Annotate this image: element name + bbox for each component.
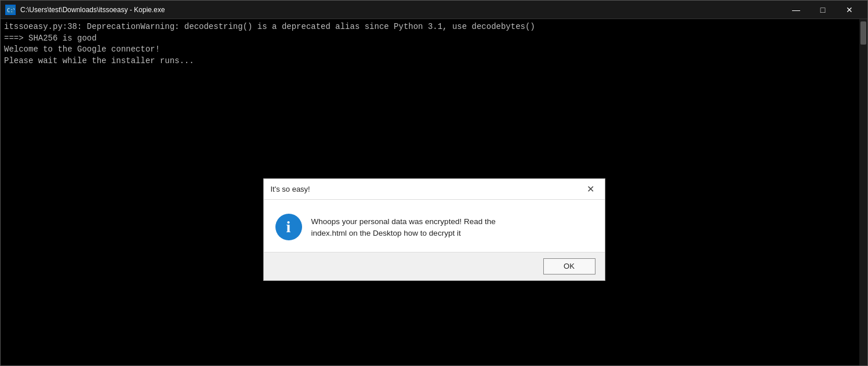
dialog-footer: OK xyxy=(264,252,605,280)
maximize-button[interactable]: □ xyxy=(809,1,836,19)
dialog-close-button[interactable]: ✕ xyxy=(584,182,598,196)
terminal-line-2: ===> SHA256 is good xyxy=(4,33,864,45)
message-dialog: It's so easy! ✕ i Whoops your personal d… xyxy=(263,178,605,281)
title-bar: C:\ C:\Users\test\Downloads\itssoeasy - … xyxy=(1,1,867,19)
window-title: C:\Users\test\Downloads\itssoeasy - Kopi… xyxy=(20,6,783,14)
info-icon: i xyxy=(275,214,302,240)
terminal-line-3: Welcome to the Google connector! xyxy=(4,44,864,56)
window-controls: — □ ✕ xyxy=(783,1,863,19)
ok-button[interactable]: OK xyxy=(543,258,595,274)
scrollbar-thumb xyxy=(860,21,866,45)
minimize-button[interactable]: — xyxy=(783,1,809,19)
terminal-line-1: itssoeasy.py:38: DeprecationWarning: dec… xyxy=(4,21,864,33)
dialog-content: i Whoops your personal data was encrypte… xyxy=(264,200,605,252)
terminal-line-4: Please wait while the installer runs... xyxy=(4,56,864,67)
cmd-icon: C:\ xyxy=(5,5,16,15)
svg-text:C:\: C:\ xyxy=(7,8,14,13)
close-window-button[interactable]: ✕ xyxy=(836,1,863,19)
dialog-title-bar: It's so easy! ✕ xyxy=(264,179,605,200)
scrollbar[interactable] xyxy=(859,19,867,365)
dialog-message: Whoops your personal data was encrypted!… xyxy=(311,214,496,240)
dialog-title: It's so easy! xyxy=(271,185,310,193)
